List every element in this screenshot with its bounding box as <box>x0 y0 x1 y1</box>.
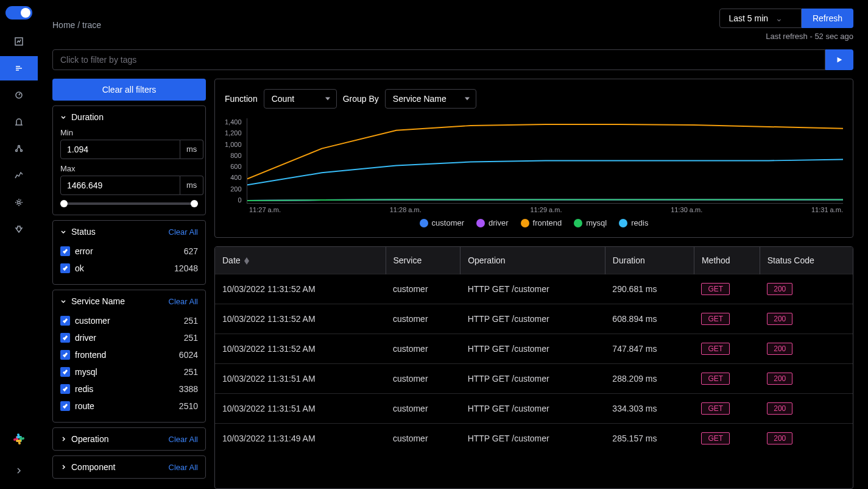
table-row[interactable]: 10/03/2022 11:31:52 AMcustomerHTTP GET /… <box>215 334 853 364</box>
checkbox-count: 6024 <box>179 350 198 360</box>
nav-plugin-icon[interactable] <box>0 217 38 241</box>
filter-section-status: Status Clear All error627ok12048 <box>52 220 206 285</box>
checkbox-label: redis <box>75 384 93 394</box>
filter-checkbox-row[interactable]: customer251 <box>60 312 198 329</box>
filter-checkbox-row[interactable]: redis3388 <box>60 380 198 398</box>
filter-checkbox-row[interactable]: error627 <box>60 243 198 260</box>
breadcrumb-home[interactable]: Home <box>52 20 75 30</box>
duration-slider[interactable] <box>60 202 198 205</box>
legend-item[interactable]: frontend <box>521 218 562 227</box>
checkbox-count: 12048 <box>174 263 198 273</box>
component-section-toggle[interactable]: Component Clear All <box>53 456 205 478</box>
svg-point-8 <box>18 201 20 204</box>
theme-toggle[interactable] <box>5 6 32 20</box>
table-row[interactable]: 10/03/2022 11:31:51 AMcustomerHTTP GET /… <box>215 394 853 424</box>
checkbox[interactable] <box>60 367 70 377</box>
table-row[interactable]: 10/03/2022 11:31:52 AMcustomerHTTP GET /… <box>215 304 853 334</box>
checkbox-label: route <box>75 401 94 411</box>
filter-checkbox-row[interactable]: ok12048 <box>60 260 198 277</box>
operation-section-toggle[interactable]: Operation Clear All <box>53 428 205 450</box>
max-label: Max <box>60 164 198 173</box>
chevron-right-icon <box>60 436 66 442</box>
method-badge: GET <box>701 402 730 415</box>
chart-legend: customerdriverfrontendmysqlredis <box>225 218 843 227</box>
table-header[interactable]: Service <box>386 247 460 274</box>
nav-metrics-icon[interactable] <box>0 29 38 54</box>
component-clear-all[interactable]: Clear All <box>169 463 198 472</box>
method-badge: GET <box>701 283 730 295</box>
service-name-section-toggle[interactable]: Service Name Clear All <box>53 290 205 312</box>
checkbox[interactable] <box>60 350 70 360</box>
chevron-down-icon <box>60 229 66 235</box>
table-row[interactable]: 10/03/2022 11:31:52 AMcustomerHTTP GET /… <box>215 274 853 304</box>
method-badge: GET <box>701 343 730 355</box>
table-row[interactable]: 10/03/2022 11:31:51 AMcustomerHTTP GET /… <box>215 364 853 394</box>
method-badge: GET <box>701 432 730 444</box>
sidebar-nav <box>0 0 38 489</box>
clear-all-filters-button[interactable]: Clear all filters <box>52 79 206 101</box>
refresh-button[interactable]: Refresh <box>802 9 853 28</box>
status-section-toggle[interactable]: Status Clear All <box>53 221 205 243</box>
nav-dashboard-icon[interactable] <box>0 83 38 107</box>
table-header[interactable]: Duration <box>605 247 694 274</box>
status-badge: 200 <box>767 432 792 444</box>
duration-max-unit: ms <box>180 176 203 195</box>
checkbox[interactable] <box>60 401 70 411</box>
nav-traces-icon[interactable] <box>0 56 38 80</box>
checkbox[interactable] <box>60 263 70 273</box>
table-header[interactable]: Date <box>215 247 386 274</box>
legend-item[interactable]: customer <box>420 218 464 227</box>
duration-max-input[interactable] <box>60 176 180 195</box>
filter-checkbox-row[interactable]: frontend6024 <box>60 346 198 363</box>
tag-filter-input[interactable] <box>52 49 825 70</box>
breadcrumb-current: trace <box>82 20 101 30</box>
checkbox-count: 3388 <box>179 384 198 394</box>
svg-point-7 <box>21 150 23 152</box>
duration-min-unit: ms <box>180 140 203 159</box>
chevron-down-icon <box>60 114 66 120</box>
duration-min-input[interactable] <box>60 140 180 159</box>
table-row[interactable]: 10/03/2022 11:31:49 AMcustomerHTTP GET /… <box>215 424 853 454</box>
chevron-right-icon <box>60 464 66 470</box>
status-badge: 200 <box>767 283 792 295</box>
last-refresh-text: Last refresh - 52 sec ago <box>766 32 853 41</box>
slack-icon[interactable] <box>12 432 26 446</box>
run-filter-button[interactable] <box>825 49 853 70</box>
legend-item[interactable]: mysql <box>574 218 607 227</box>
status-badge: 200 <box>767 313 792 325</box>
checkbox[interactable] <box>60 316 70 326</box>
status-badge: 200 <box>767 402 792 415</box>
checkbox-label: mysql <box>75 367 97 377</box>
table-header[interactable]: Method <box>694 247 760 274</box>
collapse-sidebar-icon[interactable] <box>0 459 38 483</box>
nav-usage-icon[interactable] <box>0 163 38 188</box>
filters-panel: Clear all filters Duration Min ms Max <box>52 79 206 489</box>
nav-alerts-icon[interactable] <box>0 110 38 134</box>
status-clear-all[interactable]: Clear All <box>169 227 198 237</box>
filter-section-component: Component Clear All <box>52 455 206 479</box>
checkbox[interactable] <box>60 384 70 394</box>
legend-item[interactable]: driver <box>476 218 509 227</box>
duration-section-toggle[interactable]: Duration <box>53 106 205 128</box>
checkbox[interactable] <box>60 333 70 343</box>
service-clear-all[interactable]: Clear All <box>169 297 198 306</box>
filter-checkbox-row[interactable]: route2510 <box>60 398 198 415</box>
checkbox-count: 251 <box>184 316 198 326</box>
function-select[interactable]: Count <box>264 89 337 109</box>
table-header[interactable]: Operation <box>460 247 605 274</box>
filter-section-duration: Duration Min ms Max ms <box>52 105 206 215</box>
nav-service-map-icon[interactable] <box>0 137 38 161</box>
groupby-label: Group By <box>343 94 379 104</box>
checkbox-count: 251 <box>184 367 198 377</box>
time-range-select[interactable]: Last 5 min ⌄ <box>719 9 801 28</box>
legend-item[interactable]: redis <box>619 218 648 227</box>
nav-settings-icon[interactable] <box>0 190 38 215</box>
checkbox[interactable] <box>60 246 70 256</box>
filter-checkbox-row[interactable]: driver251 <box>60 329 198 346</box>
table-header[interactable]: Status Code <box>760 247 853 274</box>
groupby-select[interactable]: Service Name <box>385 89 476 109</box>
status-badge: 200 <box>767 343 792 355</box>
method-badge: GET <box>701 373 730 385</box>
filter-checkbox-row[interactable]: mysql251 <box>60 363 198 380</box>
operation-clear-all[interactable]: Clear All <box>169 435 198 444</box>
